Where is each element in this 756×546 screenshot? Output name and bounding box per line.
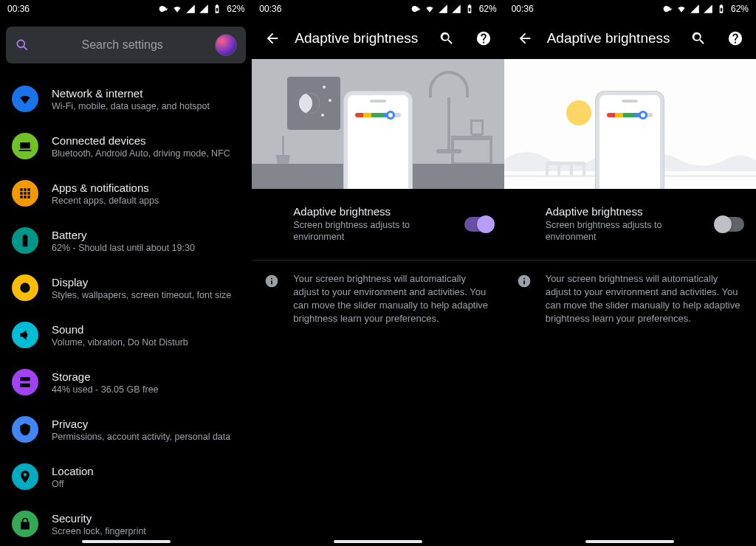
page-header: Adaptive brightness [504,18,756,59]
page-title: Adaptive brightness [547,30,676,46]
toggle-title: Adaptive brightness [546,205,707,218]
search-icon [15,38,30,52]
side-table-icon [451,136,492,165]
settings-item-battery[interactable]: Battery62% - Should last until about 19:… [0,217,252,264]
display-icon [12,274,38,301]
info-text: Your screen brightness will automaticall… [293,272,492,326]
toggle-title: Adaptive brightness [293,205,455,218]
apps-icon [12,180,38,207]
settings-item-storage[interactable]: Storage44% used - 36.05 GB free [0,359,252,406]
info-icon [516,272,532,326]
vpn-key-icon [663,4,673,14]
status-battery-pct: 62% [227,4,244,14]
hero-illustration-night [252,59,504,189]
info-row: Your screen brightness will automaticall… [252,260,504,338]
settings-item-sound[interactable]: SoundVolume, vibration, Do Not Disturb [0,311,252,359]
toggle-subtitle: Screen brightness adjusts to environment [293,219,455,243]
settings-item-security[interactable]: SecurityScreen lock, fingerprint [0,500,252,546]
search-placeholder: Search settings [40,38,205,52]
settings-item-privacy[interactable]: PrivacyPermissions, account activity, pe… [0,406,252,453]
page-title: Adaptive brightness [295,30,424,46]
gesture-navbar[interactable] [334,540,422,543]
picnic-table-icon [546,162,585,176]
cup-icon [470,120,484,136]
signal-icon [690,4,700,14]
status-bar: 00:36 62% [504,0,756,18]
page-header: Adaptive brightness [252,18,504,59]
svg-point-0 [17,40,24,47]
vpn-key-icon [411,4,422,14]
signal-icon [185,4,196,14]
profile-avatar[interactable] [215,34,237,56]
privacy-icon [12,416,38,443]
phone-mock-icon [344,91,412,189]
search-button[interactable] [432,24,461,53]
signal2-icon [451,4,461,14]
adaptive-switch-on[interactable] [464,217,492,232]
help-button[interactable] [721,24,750,53]
battery-icon [716,4,726,14]
help-button[interactable] [469,24,498,53]
adaptive-toggle-row[interactable]: Adaptive brightness Screen brightness ad… [504,189,756,260]
info-icon [264,272,280,326]
back-button[interactable] [258,24,287,53]
status-time: 00:36 [7,4,30,14]
wifi-icon [12,86,38,112]
wifi-icon [425,4,435,14]
battery-icon [212,4,222,14]
devices-icon [12,133,38,159]
adaptive-switch-off[interactable] [716,217,744,232]
signal-icon [438,4,448,14]
status-bar: 00:36 62% [0,0,252,18]
settings-item-devices[interactable]: Connected devicesBluetooth, Android Auto… [0,122,252,170]
signal2-icon [703,4,713,14]
phone-adaptive-off: 00:36 62% Adaptive brightness [504,0,756,546]
sound-icon [12,322,38,348]
battery-icon [464,4,475,14]
search-button[interactable] [684,24,713,53]
wifi-icon [172,4,182,14]
svg-line-1 [24,46,27,50]
info-row: Your screen brightness will automaticall… [504,260,756,338]
battery-icon [12,227,38,254]
storage-icon [12,369,38,395]
settings-item-display[interactable]: DisplayStyles, wallpapers, screen timeou… [0,264,252,311]
settings-item-apps[interactable]: Apps & notificationsRecent apps, default… [0,170,252,217]
adaptive-toggle-row[interactable]: Adaptive brightness Screen brightness ad… [252,189,504,260]
settings-item-location[interactable]: LocationOff [0,453,252,500]
gesture-navbar[interactable] [585,540,674,543]
gesture-navbar[interactable] [82,540,171,543]
phone-settings-root: 00:36 62% Search settings Network & inte… [0,0,252,546]
wifi-icon [676,4,687,14]
toggle-subtitle: Screen brightness adjusts to environment [546,219,707,243]
window-moon-icon [287,77,340,130]
lock-icon [12,511,38,537]
info-text: Your screen brightness will automaticall… [546,272,744,326]
settings-list: Network & internetWi-Fi, mobile, data us… [0,72,252,546]
status-bar: 00:36 62% [252,0,504,18]
signal2-icon [199,4,209,14]
sun-icon [566,100,591,125]
hero-illustration-day [504,59,756,189]
phone-adaptive-on: 00:36 62% Adaptive brightness [252,0,504,546]
location-icon [12,463,38,490]
settings-item-network[interactable]: Network & internetWi-Fi, mobile, data us… [0,75,252,122]
phone-mock-icon [596,91,664,189]
settings-search[interactable]: Search settings [6,27,246,63]
back-button[interactable] [510,24,540,53]
vpn-key-icon [159,4,169,14]
status-icons: 62% [159,4,244,14]
